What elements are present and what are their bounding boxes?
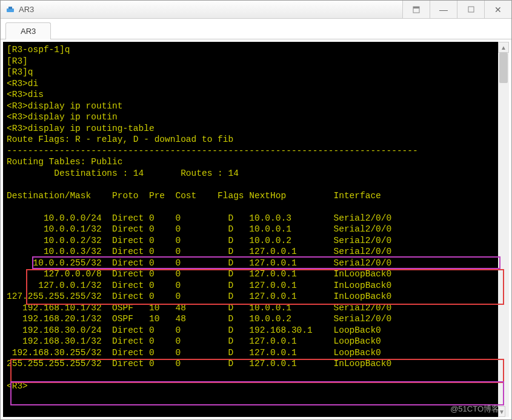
menu-button[interactable] bbox=[402, 1, 430, 18]
tab-ar3[interactable]: AR3 bbox=[5, 22, 51, 39]
window-title: AR3 bbox=[19, 5, 402, 14]
minimize-button[interactable]: — bbox=[430, 1, 457, 18]
svg-rect-4 bbox=[468, 7, 474, 12]
watermark: @51CTO博客 bbox=[450, 404, 499, 415]
tab-label: AR3 bbox=[21, 27, 36, 36]
window-controls: — ✕ bbox=[402, 1, 511, 18]
scrollbar[interactable]: ▲ ▼ bbox=[498, 42, 509, 417]
titlebar: AR3 — ✕ bbox=[1, 1, 511, 19]
app-icon bbox=[5, 5, 15, 15]
close-button[interactable]: ✕ bbox=[484, 1, 511, 18]
scroll-track[interactable] bbox=[498, 53, 509, 406]
terminal-container: [R3-ospf-1]q [R3] [R3]q <R3>di <R3>dis <… bbox=[1, 39, 511, 419]
maximize-button[interactable] bbox=[457, 1, 484, 18]
tab-bar: AR3 bbox=[1, 19, 511, 39]
terminal[interactable]: [R3-ospf-1]q [R3] [R3]q <R3>di <R3>dis <… bbox=[3, 42, 509, 417]
svg-rect-3 bbox=[413, 7, 419, 8]
scroll-up-icon[interactable]: ▲ bbox=[498, 42, 509, 53]
app-window: AR3 — ✕ AR3 [R3-ospf-1]q [R3] [R3]q <R3>… bbox=[0, 0, 512, 420]
scroll-thumb[interactable] bbox=[499, 53, 508, 83]
svg-rect-1 bbox=[8, 7, 12, 9]
